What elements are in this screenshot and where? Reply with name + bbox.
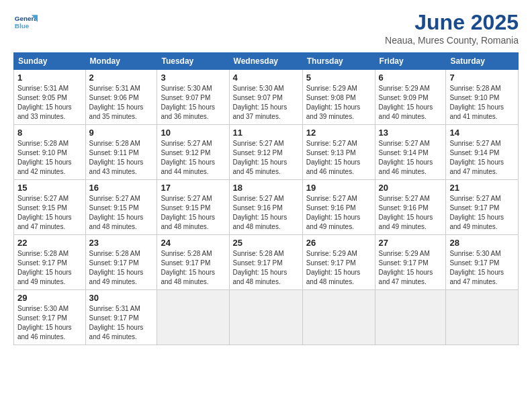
daylight-label: Daylight: 15 hours and 49 minutes. xyxy=(17,269,72,285)
day-number: 29 xyxy=(17,293,82,303)
sunset-label: Sunset: 9:16 PM xyxy=(306,204,356,212)
calendar-cell: 16 Sunrise: 5:27 AM Sunset: 9:15 PM Dayl… xyxy=(85,180,157,235)
daylight-label: Daylight: 15 hours and 36 minutes. xyxy=(161,103,215,120)
calendar-cell: 1 Sunrise: 5:31 AM Sunset: 9:05 PM Dayli… xyxy=(14,70,86,125)
day-number: 5 xyxy=(306,73,371,83)
day-number: 21 xyxy=(449,183,515,193)
week-row-1: 1 Sunrise: 5:31 AM Sunset: 9:05 PM Dayli… xyxy=(14,70,519,125)
day-info: Sunrise: 5:27 AM Sunset: 9:15 PM Dayligh… xyxy=(17,194,82,232)
daylight-label: Daylight: 15 hours and 42 minutes. xyxy=(17,158,72,175)
sunrise-label: Sunrise: 5:31 AM xyxy=(89,85,140,92)
sunrise-label: Sunrise: 5:27 AM xyxy=(449,195,500,202)
svg-text:Blue: Blue xyxy=(15,22,30,30)
week-row-3: 15 Sunrise: 5:27 AM Sunset: 9:15 PM Dayl… xyxy=(14,180,519,235)
title-block: June 2025 Neaua, Mures County, Romania xyxy=(385,10,519,46)
sunset-label: Sunset: 9:17 PM xyxy=(161,259,210,267)
calendar-cell xyxy=(157,290,229,345)
sunset-label: Sunset: 9:16 PM xyxy=(233,204,283,212)
calendar-cell: 15 Sunrise: 5:27 AM Sunset: 9:15 PM Dayl… xyxy=(14,180,86,235)
sunset-label: Sunset: 9:13 PM xyxy=(306,149,356,156)
daylight-label: Daylight: 15 hours and 46 minutes. xyxy=(17,324,72,340)
calendar-cell: 11 Sunrise: 5:27 AM Sunset: 9:12 PM Dayl… xyxy=(229,125,302,180)
sunset-label: Sunset: 9:17 PM xyxy=(17,314,67,322)
calendar-cell xyxy=(375,290,446,345)
daylight-label: Daylight: 15 hours and 46 minutes. xyxy=(306,158,361,175)
sunset-label: Sunset: 9:07 PM xyxy=(161,94,210,101)
sunset-label: Sunset: 9:10 PM xyxy=(449,94,499,101)
day-number: 14 xyxy=(449,128,515,138)
day-number: 13 xyxy=(379,128,443,138)
sunset-label: Sunset: 9:12 PM xyxy=(161,149,210,156)
sunrise-label: Sunrise: 5:29 AM xyxy=(306,85,357,92)
day-number: 25 xyxy=(233,238,299,248)
daylight-label: Daylight: 15 hours and 49 minutes. xyxy=(449,214,504,230)
week-row-4: 22 Sunrise: 5:28 AM Sunset: 9:17 PM Dayl… xyxy=(14,235,519,290)
sunrise-label: Sunrise: 5:28 AM xyxy=(161,250,212,257)
sunset-label: Sunset: 9:17 PM xyxy=(379,259,429,267)
calendar-cell: 22 Sunrise: 5:28 AM Sunset: 9:17 PM Dayl… xyxy=(14,235,86,290)
sunrise-label: Sunrise: 5:30 AM xyxy=(449,250,500,257)
sunrise-label: Sunrise: 5:27 AM xyxy=(233,195,284,202)
daylight-label: Daylight: 15 hours and 45 minutes. xyxy=(233,158,287,175)
sunset-label: Sunset: 9:17 PM xyxy=(17,259,67,267)
day-number: 8 xyxy=(17,128,82,138)
day-info: Sunrise: 5:28 AM Sunset: 9:17 PM Dayligh… xyxy=(233,249,299,287)
calendar-cell: 26 Sunrise: 5:29 AM Sunset: 9:17 PM Dayl… xyxy=(302,235,375,290)
calendar-cell: 27 Sunrise: 5:29 AM Sunset: 9:17 PM Dayl… xyxy=(375,235,446,290)
day-info: Sunrise: 5:28 AM Sunset: 9:11 PM Dayligh… xyxy=(89,139,154,177)
sunrise-label: Sunrise: 5:28 AM xyxy=(17,250,69,257)
daylight-label: Daylight: 15 hours and 48 minutes. xyxy=(233,269,287,285)
day-number: 11 xyxy=(233,128,299,138)
calendar-cell: 9 Sunrise: 5:28 AM Sunset: 9:11 PM Dayli… xyxy=(85,125,157,180)
calendar-cell: 2 Sunrise: 5:31 AM Sunset: 9:06 PM Dayli… xyxy=(85,70,157,125)
sunrise-label: Sunrise: 5:27 AM xyxy=(379,140,430,147)
day-number: 2 xyxy=(89,73,154,83)
day-info: Sunrise: 5:28 AM Sunset: 9:10 PM Dayligh… xyxy=(17,139,82,177)
day-number: 7 xyxy=(449,73,515,83)
sunrise-label: Sunrise: 5:30 AM xyxy=(233,85,284,92)
daylight-label: Daylight: 15 hours and 33 minutes. xyxy=(17,103,72,120)
daylight-label: Daylight: 15 hours and 48 minutes. xyxy=(161,269,215,285)
sunset-label: Sunset: 9:16 PM xyxy=(379,204,429,212)
day-info: Sunrise: 5:29 AM Sunset: 9:17 PM Dayligh… xyxy=(379,249,443,287)
day-number: 17 xyxy=(161,183,225,193)
sunset-label: Sunset: 9:17 PM xyxy=(89,259,139,267)
calendar-cell: 21 Sunrise: 5:27 AM Sunset: 9:17 PM Dayl… xyxy=(446,180,519,235)
sunrise-label: Sunrise: 5:27 AM xyxy=(379,195,430,202)
calendar-cell: 29 Sunrise: 5:30 AM Sunset: 9:17 PM Dayl… xyxy=(14,290,86,345)
day-info: Sunrise: 5:27 AM Sunset: 9:15 PM Dayligh… xyxy=(89,194,154,232)
daylight-label: Daylight: 15 hours and 37 minutes. xyxy=(233,103,287,120)
main-title: June 2025 xyxy=(385,10,519,35)
daylight-label: Daylight: 15 hours and 35 minutes. xyxy=(89,103,144,120)
day-number: 6 xyxy=(379,73,443,83)
calendar-cell: 14 Sunrise: 5:27 AM Sunset: 9:14 PM Dayl… xyxy=(446,125,519,180)
day-number: 27 xyxy=(379,238,443,248)
day-info: Sunrise: 5:27 AM Sunset: 9:16 PM Dayligh… xyxy=(306,194,371,232)
week-row-2: 8 Sunrise: 5:28 AM Sunset: 9:10 PM Dayli… xyxy=(14,125,519,180)
page: General Blue June 2025 Neaua, Mures Coun… xyxy=(0,0,532,411)
day-info: Sunrise: 5:31 AM Sunset: 9:17 PM Dayligh… xyxy=(89,304,154,342)
col-sunday: Sunday xyxy=(14,53,86,70)
day-number: 28 xyxy=(449,238,515,248)
day-number: 9 xyxy=(89,128,154,138)
sunset-label: Sunset: 9:14 PM xyxy=(379,149,429,156)
calendar-cell: 25 Sunrise: 5:28 AM Sunset: 9:17 PM Dayl… xyxy=(229,235,302,290)
day-info: Sunrise: 5:27 AM Sunset: 9:12 PM Dayligh… xyxy=(233,139,299,177)
sunrise-label: Sunrise: 5:30 AM xyxy=(161,85,212,92)
calendar-cell: 17 Sunrise: 5:27 AM Sunset: 9:15 PM Dayl… xyxy=(157,180,229,235)
sunrise-label: Sunrise: 5:27 AM xyxy=(17,195,69,202)
day-number: 19 xyxy=(306,183,371,193)
day-info: Sunrise: 5:27 AM Sunset: 9:16 PM Dayligh… xyxy=(379,194,443,232)
sunset-label: Sunset: 9:05 PM xyxy=(17,94,67,101)
sunrise-label: Sunrise: 5:27 AM xyxy=(161,140,212,147)
sunrise-label: Sunrise: 5:28 AM xyxy=(449,85,500,92)
day-number: 3 xyxy=(161,73,225,83)
calendar-cell: 6 Sunrise: 5:29 AM Sunset: 9:09 PM Dayli… xyxy=(375,70,446,125)
calendar-cell: 24 Sunrise: 5:28 AM Sunset: 9:17 PM Dayl… xyxy=(157,235,229,290)
calendar-cell xyxy=(229,290,302,345)
daylight-label: Daylight: 15 hours and 49 minutes. xyxy=(306,214,361,230)
day-number: 12 xyxy=(306,128,371,138)
calendar-cell: 4 Sunrise: 5:30 AM Sunset: 9:07 PM Dayli… xyxy=(229,70,302,125)
daylight-label: Daylight: 15 hours and 43 minutes. xyxy=(89,158,144,175)
daylight-label: Daylight: 15 hours and 47 minutes. xyxy=(379,269,433,285)
